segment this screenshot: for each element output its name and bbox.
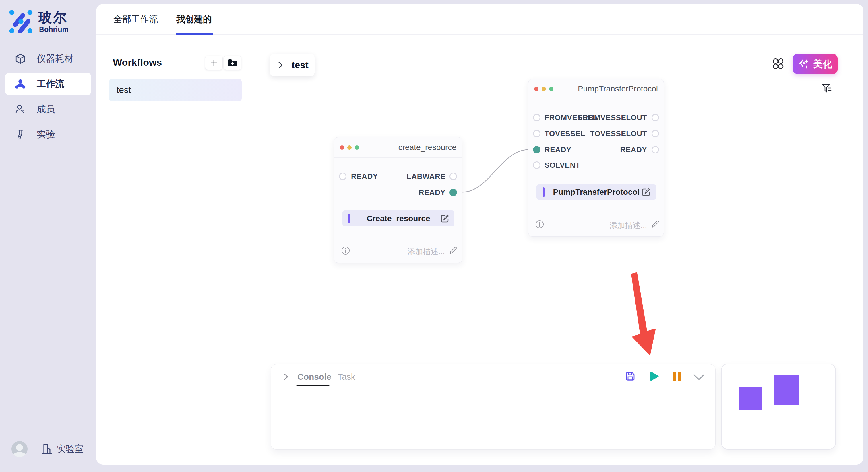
play-icon[interactable]	[649, 371, 660, 382]
node-pump-transfer-protocol[interactable]: PumpTransferProtocol FROMVESSEL FROMVESS…	[528, 79, 664, 237]
port-circle-icon[interactable]	[652, 114, 659, 121]
chevron-down-icon[interactable]	[693, 374, 705, 380]
sidebar-item-workflow[interactable]: 工作流	[5, 73, 91, 95]
port-label: READY	[545, 145, 571, 154]
filter-icon[interactable]	[821, 82, 832, 94]
port-label: SOLVENT	[545, 161, 580, 170]
building-icon	[41, 443, 53, 455]
node-title: PumpTransferProtocol	[578, 84, 658, 94]
output-port-ready[interactable]: READY	[418, 189, 462, 196]
folder-download-icon	[228, 59, 237, 67]
traffic-lights	[534, 87, 553, 91]
traffic-lights	[340, 145, 359, 150]
port-label: READY	[620, 145, 647, 154]
traffic-green-icon[interactable]	[549, 87, 553, 91]
workflow-list-item[interactable]: test	[109, 79, 242, 101]
console-active-underline	[296, 384, 330, 386]
sidebar-item-label: 工作流	[37, 78, 64, 90]
input-port-solvent[interactable]: SOLVENT	[528, 161, 580, 169]
workflow-name: test	[117, 85, 131, 95]
bohrium-workflow-app: { "brand": { "name_cn": "玻尔", "name_en":…	[0, 0, 868, 472]
node-title: create_resource	[398, 143, 456, 152]
workflows-panel: Workflows test	[96, 36, 251, 465]
avatar[interactable]	[11, 441, 28, 457]
active-tab-underline	[176, 33, 213, 35]
tab-all-workflows[interactable]: 全部工作流	[113, 4, 158, 35]
pause-icon[interactable]	[673, 371, 681, 382]
edit-icon[interactable]	[641, 187, 651, 197]
node-header: PumpTransferProtocol	[528, 79, 663, 99]
minimap-node-pump-transfer	[774, 375, 799, 405]
chevron-right-icon[interactable]	[282, 373, 290, 380]
tab-label: 全部工作流	[113, 13, 158, 25]
output-port-tovesselout[interactable]: TOVESSELOUT	[590, 130, 663, 138]
port-circle-icon[interactable]	[652, 146, 659, 154]
info-icon[interactable]	[535, 220, 545, 229]
members-icon	[15, 104, 26, 115]
port-circle-connected-icon[interactable]	[533, 146, 540, 154]
sparkles-icon	[798, 59, 809, 69]
traffic-yellow-icon[interactable]	[347, 145, 352, 150]
traffic-red-icon[interactable]	[534, 87, 538, 91]
pencil-icon[interactable]	[449, 246, 458, 255]
minimap-node-create-resource	[739, 386, 763, 410]
node-action-pill[interactable]: PumpTransferProtocol	[536, 184, 656, 200]
edit-icon[interactable]	[440, 214, 450, 224]
edge-create-resource-to-pump	[462, 150, 528, 192]
sidebar-item-experiments[interactable]: 实验	[5, 123, 91, 146]
beautify-label: 美化	[813, 58, 832, 71]
pencil-icon[interactable]	[651, 220, 660, 229]
info-icon[interactable]	[341, 246, 350, 256]
tab-task[interactable]: Task	[338, 372, 355, 382]
port-circle-icon[interactable]	[450, 173, 457, 180]
plus-icon	[209, 58, 218, 67]
port-label: READY	[418, 188, 445, 197]
traffic-red-icon[interactable]	[340, 145, 344, 150]
traffic-yellow-icon[interactable]	[541, 87, 546, 91]
port-circle-icon[interactable]	[533, 162, 540, 169]
input-port-ready[interactable]: READY	[528, 146, 571, 154]
port-circle-icon[interactable]	[533, 114, 540, 121]
node-create-resource[interactable]: create_resource READY LABWARE READY Crea…	[334, 137, 462, 263]
traffic-green-icon[interactable]	[355, 145, 359, 150]
bohrium-logo-icon	[9, 9, 33, 33]
sidebar-item-members[interactable]: 成员	[5, 98, 91, 121]
sidebar-item-label: 仪器耗材	[37, 53, 73, 65]
canvas-breadcrumb[interactable]: test	[270, 54, 315, 76]
port-circle-icon[interactable]	[533, 130, 540, 137]
output-port-labware[interactable]: LABWARE	[407, 172, 462, 180]
port-circle-icon[interactable]	[339, 173, 346, 180]
add-workflow-button[interactable]	[205, 56, 223, 70]
tab-console[interactable]: Console	[298, 372, 331, 382]
sidebar-nav: 仪器耗材 工作流 成员 实验	[5, 47, 91, 148]
main-header: 全部工作流 我创建的	[96, 4, 863, 35]
port-label: FROMVESSELOUT	[578, 113, 647, 122]
brand-name-en: Bohrium	[39, 25, 69, 34]
port-label: TOVESSELOUT	[590, 129, 647, 138]
description-placeholder[interactable]: 添加描述...	[609, 220, 647, 231]
description-placeholder[interactable]: 添加描述...	[407, 247, 445, 257]
output-port-ready[interactable]: READY	[620, 146, 663, 154]
beautify-button[interactable]: 美化	[793, 54, 838, 74]
port-circle-icon[interactable]	[652, 130, 659, 137]
workflow-team-icon	[15, 78, 26, 90]
sidebar-item-instruments[interactable]: 仪器耗材	[5, 47, 91, 70]
tab-my-created[interactable]: 我创建的	[176, 4, 212, 35]
layout-command-icon[interactable]	[772, 58, 784, 69]
output-port-fromvesselout[interactable]: FROMVESSELOUT	[578, 113, 663, 122]
lab-switcher[interactable]: 实验室	[41, 443, 84, 455]
save-icon[interactable]	[625, 371, 636, 382]
minimap[interactable]	[721, 364, 836, 450]
workflows-title: Workflows	[113, 57, 162, 68]
port-circle-connected-icon[interactable]	[450, 189, 457, 196]
brand-logo: 玻尔 Bohrium	[9, 9, 92, 34]
brand-name-cn: 玻尔	[38, 9, 68, 27]
box-icon	[15, 53, 26, 64]
tab-label: 我创建的	[176, 13, 212, 25]
input-port-tovessel[interactable]: TOVESSEL	[528, 130, 585, 138]
action-accent-bar	[543, 187, 545, 197]
node-action-pill[interactable]: Create_resource	[342, 210, 454, 226]
action-label: PumpTransferProtocol	[536, 188, 656, 197]
input-port-ready[interactable]: READY	[334, 172, 378, 180]
import-workflow-button[interactable]	[224, 56, 241, 70]
